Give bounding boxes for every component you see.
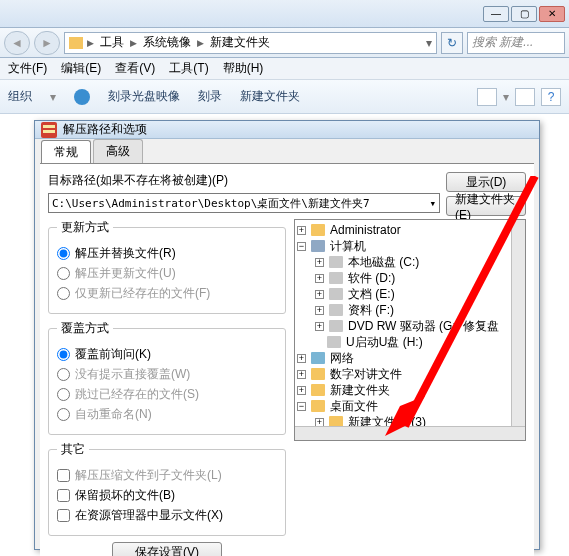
update-legend: 更新方式	[57, 219, 113, 236]
burn-image-button[interactable]: 刻录光盘映像	[108, 88, 180, 105]
tab-general[interactable]: 常规	[41, 140, 91, 164]
scrollbar-vertical[interactable]	[511, 220, 525, 426]
organize-button[interactable]: 组织	[8, 88, 32, 105]
menu-tools[interactable]: 工具(T)	[169, 60, 208, 77]
preview-pane-button[interactable]	[515, 88, 535, 106]
radio-rename[interactable]: 自动重命名(N)	[57, 406, 277, 423]
overwrite-legend: 覆盖方式	[57, 320, 113, 337]
refresh-button[interactable]: ↻	[441, 32, 463, 54]
menu-view[interactable]: 查看(V)	[115, 60, 155, 77]
radio-freshen[interactable]: 仅更新已经存在的文件(F)	[57, 285, 277, 302]
maximize-button[interactable]: ▢	[511, 6, 537, 22]
chevron-down-icon[interactable]: ▾	[426, 36, 432, 50]
extract-dialog: 解压路径和选项 常规 高级 目标路径(如果不存在将被创建)(P) 显示(D) 新…	[34, 120, 540, 550]
chevron-down-icon[interactable]: ▾	[503, 90, 509, 104]
folder-icon	[69, 37, 83, 49]
save-settings-button[interactable]: 保存设置(V)	[112, 542, 222, 556]
menu-help[interactable]: 帮助(H)	[223, 60, 264, 77]
menu-edit[interactable]: 编辑(E)	[61, 60, 101, 77]
view-button[interactable]	[477, 88, 497, 106]
check-subfolders[interactable]: 解压压缩文件到子文件夹(L)	[57, 467, 277, 484]
help-icon[interactable]: ?	[541, 88, 561, 106]
folder-tree[interactable]: +Administrator −计算机 +本地磁盘 (C:) +软件 (D:) …	[294, 219, 526, 441]
radio-ask[interactable]: 覆盖前询问(K)	[57, 346, 277, 363]
radio-extract-update[interactable]: 解压并更新文件(U)	[57, 265, 277, 282]
minimize-button[interactable]: —	[483, 6, 509, 22]
forward-button[interactable]: ►	[34, 31, 60, 55]
check-keep-broken[interactable]: 保留损坏的文件(B)	[57, 487, 277, 504]
winrar-icon	[41, 122, 57, 138]
radio-extract-replace[interactable]: 解压并替换文件(R)	[57, 245, 277, 262]
new-folder-button[interactable]: 新建文件夹(E)	[446, 196, 526, 216]
path-value: C:\Users\Administrator\Desktop\桌面文件\新建文件…	[52, 196, 370, 211]
menu-file[interactable]: 文件(F)	[8, 60, 47, 77]
breadcrumb[interactable]: 系统镜像	[141, 34, 193, 51]
burn-button[interactable]: 刻录	[198, 88, 222, 105]
back-button[interactable]: ◄	[4, 31, 30, 55]
chevron-down-icon[interactable]: ▾	[50, 90, 56, 104]
breadcrumb[interactable]: 工具	[98, 34, 126, 51]
tab-advanced[interactable]: 高级	[93, 139, 143, 163]
search-input[interactable]: 搜索 新建...	[467, 32, 565, 54]
scrollbar-horizontal[interactable]	[295, 426, 525, 440]
radio-skip[interactable]: 跳过已经存在的文件(S)	[57, 386, 277, 403]
radio-overwrite[interactable]: 没有提示直接覆盖(W)	[57, 366, 277, 383]
other-legend: 其它	[57, 441, 89, 458]
address-bar[interactable]: ▶ 工具 ▶ 系统镜像 ▶ 新建文件夹 ▾	[64, 32, 437, 54]
show-button[interactable]: 显示(D)	[446, 172, 526, 192]
check-show-explorer[interactable]: 在资源管理器中显示文件(X)	[57, 507, 277, 524]
new-folder-button[interactable]: 新建文件夹	[240, 88, 300, 105]
chevron-down-icon[interactable]: ▾	[429, 197, 436, 210]
breadcrumb[interactable]: 新建文件夹	[208, 34, 272, 51]
close-button[interactable]: ✕	[539, 6, 565, 22]
dialog-title: 解压路径和选项	[63, 121, 147, 138]
path-combo[interactable]: C:\Users\Administrator\Desktop\桌面文件\新建文件…	[48, 193, 440, 213]
disc-icon	[74, 89, 90, 105]
